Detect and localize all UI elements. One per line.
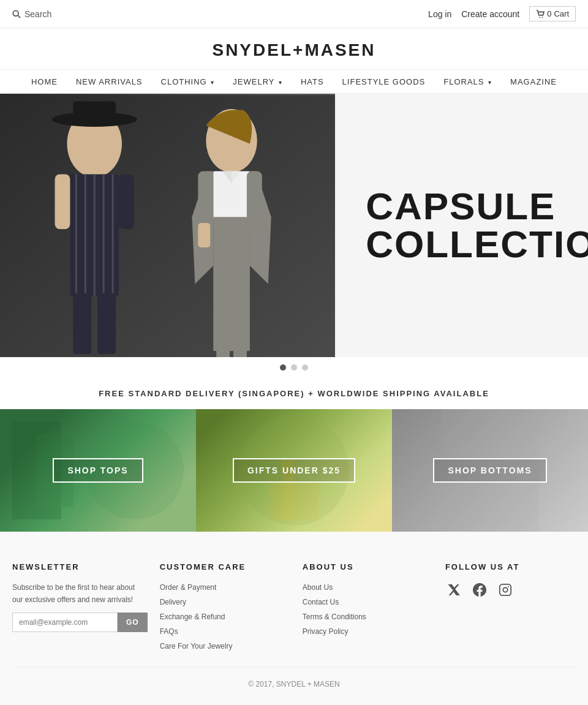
svg-line-1 xyxy=(18,15,20,18)
customer-care-title: CUSTOMER CARE xyxy=(160,562,290,571)
promo-bar: FREE STANDARD DELIVERY (SINGAPORE) + WOR… xyxy=(0,378,588,409)
nav-item-lifestyle[interactable]: LIFESTYLE GOODS xyxy=(342,76,426,87)
care-for-jewelry-link[interactable]: Care For Your Jewelry xyxy=(160,640,290,651)
top-actions: Log in Create account 0 Cart xyxy=(428,6,576,21)
slide-dots xyxy=(0,357,588,378)
slide-dot-2[interactable] xyxy=(291,364,297,371)
site-logo[interactable]: SNYDEL+MASEN xyxy=(0,40,588,60)
nav-item-hats[interactable]: HATS xyxy=(301,76,324,87)
hero-title-line2: COLLECTION xyxy=(366,225,588,263)
cart-count: 0 xyxy=(547,9,551,18)
nav-item-home[interactable]: HOME xyxy=(31,76,58,87)
shop-bottoms-label[interactable]: SHOP BOTTOMS xyxy=(433,458,546,483)
svg-point-38 xyxy=(503,587,507,592)
nav-item-clothing[interactable]: CLOTHING ▾ xyxy=(161,76,215,87)
svg-rect-4 xyxy=(0,95,335,357)
shop-tile-bottoms[interactable]: SHOP BOTTOMS xyxy=(392,409,588,532)
newsletter-email-input[interactable] xyxy=(12,613,118,632)
twitter-icon[interactable] xyxy=(445,581,462,598)
slide-dot-3[interactable] xyxy=(302,364,308,371)
svg-rect-7 xyxy=(73,101,116,123)
svg-point-0 xyxy=(13,10,18,16)
florals-arrow: ▾ xyxy=(488,79,492,86)
shop-tops-label[interactable]: SHOP TOPS xyxy=(53,458,143,483)
copyright-text: © 2017, SNYDEL + MASEN xyxy=(248,680,339,688)
svg-point-39 xyxy=(508,586,509,587)
list-item[interactable]: Contact Us xyxy=(303,596,433,607)
create-account-link[interactable]: Create account xyxy=(461,9,519,19)
promo-text: FREE STANDARD DELIVERY (SINGAPORE) + WOR… xyxy=(99,389,489,398)
svg-rect-37 xyxy=(500,584,511,595)
svg-rect-15 xyxy=(119,175,134,230)
main-nav: HOME NEW ARRIVALS CLOTHING ▾ JEWELRY ▾ H… xyxy=(0,69,588,94)
nav-list: HOME NEW ARRIVALS CLOTHING ▾ JEWELRY ▾ H… xyxy=(0,76,588,87)
hero-illustration xyxy=(0,94,335,357)
svg-rect-26 xyxy=(233,326,247,357)
footer-newsletter: NEWSLETTER Subscribe to be the first to … xyxy=(12,562,148,655)
newsletter-form: GO xyxy=(12,613,148,632)
footer-follow-us: FOLLOW US AT xyxy=(445,562,576,655)
cart-icon xyxy=(536,10,545,18)
svg-point-2 xyxy=(539,17,540,18)
list-item[interactable]: Exchange & Refund xyxy=(160,611,290,622)
hero-images xyxy=(0,94,335,357)
search-label[interactable]: Search xyxy=(24,9,51,19)
newsletter-submit-button[interactable]: GO xyxy=(118,613,148,632)
list-item[interactable]: Terms & Conditions xyxy=(303,611,433,622)
footer-about-us: ABOUT US About Us Contact Us Terms & Con… xyxy=(303,562,433,655)
shop-tile-tops[interactable]: SHOP TOPS xyxy=(0,409,196,532)
slide-dot-1[interactable] xyxy=(280,364,286,371)
cart-button[interactable]: 0 Cart xyxy=(529,6,576,21)
logo-area: SNYDEL+MASEN xyxy=(0,28,588,69)
svg-rect-17 xyxy=(97,293,116,354)
list-item[interactable]: FAQs xyxy=(160,625,290,636)
footer: NEWSLETTER Subscribe to be the first to … xyxy=(0,532,588,705)
nav-item-new-arrivals[interactable]: NEW ARRIVALS xyxy=(76,76,143,87)
svg-rect-28 xyxy=(247,172,262,232)
jewelry-arrow: ▾ xyxy=(279,79,282,86)
hero-banner: CAPSULE COLLECTION xyxy=(0,94,588,357)
nav-item-magazine[interactable]: MAGAZINE xyxy=(510,76,557,87)
cart-label: Cart xyxy=(554,9,569,18)
social-icons xyxy=(445,581,576,598)
follow-us-title: FOLLOW US AT xyxy=(445,562,576,571)
copyright: © 2017, SNYDEL + MASEN xyxy=(12,667,576,701)
facebook-icon[interactable] xyxy=(471,581,488,598)
footer-customer-care: CUSTOMER CARE Order & Payment Delivery E… xyxy=(160,562,290,655)
hero-title-line1: CAPSULE xyxy=(366,187,556,225)
svg-rect-25 xyxy=(216,326,230,357)
top-bar: Search Log in Create account 0 Cart xyxy=(0,0,588,28)
shop-grid: SHOP TOPS GIFTS UNDER $25 SHOP BOTTOMS xyxy=(0,409,588,532)
nav-item-florals[interactable]: FLORALS ▾ xyxy=(443,76,492,87)
login-link[interactable]: Log in xyxy=(428,9,451,19)
shop-gifts-label[interactable]: GIFTS UNDER $25 xyxy=(233,458,355,483)
about-us-title: ABOUT US xyxy=(303,562,433,571)
list-item[interactable]: Delivery xyxy=(160,596,290,607)
footer-grid: NEWSLETTER Subscribe to be the first to … xyxy=(12,562,576,655)
nav-item-jewelry[interactable]: JEWELRY ▾ xyxy=(233,76,282,87)
clothing-arrow: ▾ xyxy=(211,79,214,86)
search-area[interactable]: Search xyxy=(12,9,51,19)
svg-point-3 xyxy=(542,17,543,18)
svg-rect-14 xyxy=(55,175,70,230)
customer-care-list: Order & Payment Delivery Exchange & Refu… xyxy=(160,581,290,651)
list-item[interactable]: Privacy Policy xyxy=(303,625,433,636)
instagram-icon[interactable] xyxy=(497,581,514,598)
about-us-list: About Us Contact Us Terms & Conditions P… xyxy=(303,581,433,636)
svg-rect-29 xyxy=(198,223,210,247)
search-icon xyxy=(12,10,21,18)
newsletter-title: NEWSLETTER xyxy=(12,562,148,571)
list-item[interactable]: Order & Payment xyxy=(160,581,290,592)
newsletter-description: Subscribe to be the first to hear about … xyxy=(12,581,148,606)
list-item[interactable]: About Us xyxy=(303,581,433,592)
hero-text-area: CAPSULE COLLECTION xyxy=(335,94,588,357)
svg-rect-16 xyxy=(73,293,91,354)
shop-tile-gifts[interactable]: GIFTS UNDER $25 xyxy=(196,409,392,532)
